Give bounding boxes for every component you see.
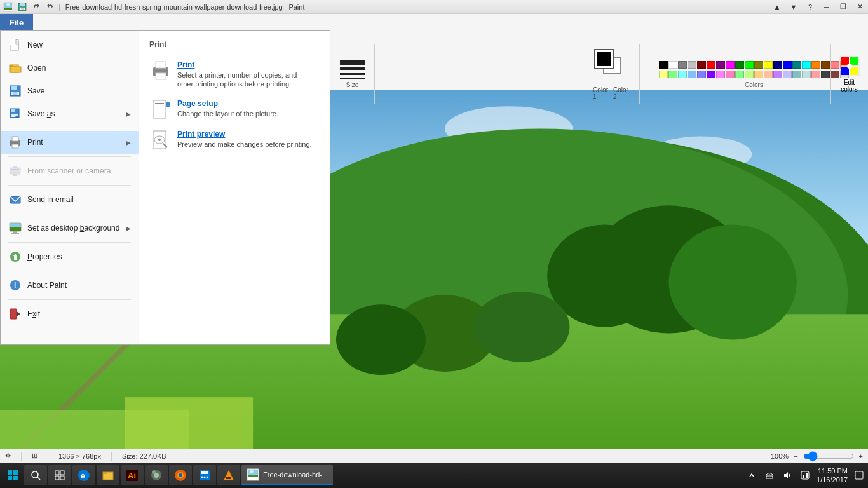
svg-point-28 <box>336 304 426 375</box>
menu-item-about[interactable]: i About Paint <box>1 274 139 297</box>
swatch-teal[interactable] <box>792 61 801 69</box>
swatch-blue[interactable] <box>783 61 792 69</box>
print-menu-icon <box>8 135 22 149</box>
svg-point-58 <box>207 477 208 478</box>
swatch-lightyellow[interactable] <box>659 71 668 78</box>
svg-rect-70 <box>855 471 863 479</box>
start-button[interactable] <box>3 465 23 485</box>
restore-btn[interactable]: ❐ <box>835 0 851 14</box>
swatch-mist[interactable] <box>802 71 811 78</box>
swatch-lime[interactable] <box>745 61 754 69</box>
network-icon[interactable] <box>763 469 776 482</box>
swatch-lightsalmon[interactable] <box>811 71 820 78</box>
swatch-mint[interactable] <box>735 71 744 78</box>
menu-item-new[interactable]: New <box>1 34 139 57</box>
paint-taskbar-btn[interactable]: Free-download-hd-... <box>241 465 333 485</box>
swatch-aqua[interactable] <box>802 61 811 69</box>
swatch-wheat[interactable] <box>754 71 763 78</box>
swatch-palegreen[interactable] <box>745 71 754 78</box>
swatch-gray[interactable] <box>678 61 687 69</box>
menu-item-print[interactable]: Print ▶ <box>1 131 139 154</box>
undo-icon[interactable] <box>31 1 42 13</box>
swatch-fuchsia[interactable] <box>726 61 735 69</box>
zoom-slider[interactable] <box>803 451 854 461</box>
swatch-red[interactable] <box>707 61 715 69</box>
swatch-hotpink[interactable] <box>726 71 735 78</box>
submenu-printpreview[interactable]: Print preview Preview and make changes b… <box>144 125 325 155</box>
menu-item-scanner[interactable]: From scanner or camera <box>1 159 139 182</box>
swatch-pink[interactable] <box>716 71 725 78</box>
status-resize-btn[interactable]: ⊞ <box>32 452 37 460</box>
svg-rect-41 <box>60 476 64 480</box>
up-arrow-btn[interactable]: ▲ <box>769 0 785 14</box>
help-btn[interactable]: ? <box>802 0 818 14</box>
swatch-black[interactable] <box>659 61 668 69</box>
settings-taskbar-btn[interactable] <box>145 465 168 485</box>
color1-swatch[interactable] <box>595 50 613 68</box>
size-line-3[interactable] <box>340 73 365 75</box>
size-line-4[interactable] <box>340 78 365 79</box>
file-button[interactable]: File <box>0 14 33 30</box>
menu-item-desktop[interactable]: Set as desktop background ▶ <box>1 217 139 240</box>
task-view-btn[interactable] <box>48 465 71 485</box>
menu-item-exit[interactable]: Exit <box>1 302 139 325</box>
illustrator-btn[interactable]: Ai <box>121 465 144 485</box>
notifications-icon[interactable] <box>853 469 865 482</box>
menu-divider-4 <box>8 214 131 214</box>
swatch-olive[interactable] <box>754 61 763 69</box>
edit-colors-button[interactable]: Edit colors <box>830 44 868 104</box>
swatch-indigo[interactable] <box>707 71 715 78</box>
explorer-btn[interactable] <box>97 465 119 485</box>
size-line-1[interactable] <box>340 60 365 65</box>
menu-divider-3 <box>8 185 131 186</box>
swatch-purple[interactable] <box>716 61 725 69</box>
menu-item-save[interactable]: Save <box>1 79 139 102</box>
desktop-arrow: ▶ <box>126 225 131 232</box>
menu-item-open[interactable]: Open <box>1 57 139 79</box>
taskbar-right: 11:50 PM 1/16/2017 <box>745 466 865 485</box>
swatch-darkred[interactable] <box>821 61 830 69</box>
swatch-skyblue[interactable] <box>792 71 801 78</box>
swatch-lavender[interactable] <box>783 71 792 78</box>
swatch-silver[interactable] <box>688 61 696 69</box>
zoom-out-icon[interactable]: − <box>794 452 797 460</box>
swatch-lilac[interactable] <box>773 71 782 78</box>
swatch-peach[interactable] <box>764 71 773 78</box>
save-as-menu-icon: + <box>8 107 22 121</box>
menu-item-email[interactable]: Send in email <box>1 188 139 211</box>
swatch-yellow[interactable] <box>764 61 773 69</box>
chevron-up-tray-icon[interactable] <box>745 469 758 482</box>
calculator-btn[interactable] <box>193 465 216 485</box>
submenu-print[interactable]: Print Select a printer, number of copies… <box>144 55 325 94</box>
swatch-lightblue[interactable] <box>688 71 696 78</box>
vlc-btn[interactable] <box>217 465 240 485</box>
color1-label: Color1 <box>593 86 608 100</box>
edge-btn[interactable]: e <box>72 465 95 485</box>
swatch-green[interactable] <box>735 61 744 69</box>
swatch-navy[interactable] <box>773 61 782 69</box>
swatch-white[interactable] <box>668 61 677 69</box>
down-arrow-btn[interactable]: ▼ <box>785 0 802 14</box>
save-as-menu-label: Save as <box>27 109 55 118</box>
close-btn[interactable]: ✕ <box>851 0 868 14</box>
search-taskbar-btn[interactable] <box>24 465 47 485</box>
sound-icon[interactable] <box>781 469 794 482</box>
swatch-darkgray[interactable] <box>821 71 830 78</box>
zoom-in-icon[interactable]: + <box>859 452 863 460</box>
status-new-btn[interactable]: ✥ <box>5 452 11 460</box>
svg-text:i: i <box>14 281 16 290</box>
firefox-btn[interactable] <box>169 465 192 485</box>
swatch-orange[interactable] <box>811 61 820 69</box>
menu-item-properties[interactable]: Properties <box>1 245 139 268</box>
size-line-2[interactable] <box>340 67 365 70</box>
swatch-cornflower[interactable] <box>697 71 706 78</box>
swatch-lightcyan[interactable] <box>678 71 687 78</box>
menu-item-save-as[interactable]: + Save as ▶ <box>1 102 139 125</box>
submenu-pagesetup[interactable]: Page setup Change the layout of the pict… <box>144 94 325 125</box>
minimize-btn[interactable]: ─ <box>818 0 835 14</box>
action-center-icon[interactable] <box>799 469 811 482</box>
save-quick-icon[interactable] <box>17 1 28 13</box>
redo-icon[interactable] <box>44 1 56 13</box>
swatch-lightgreen[interactable] <box>668 71 677 78</box>
swatch-maroon[interactable] <box>697 61 706 69</box>
